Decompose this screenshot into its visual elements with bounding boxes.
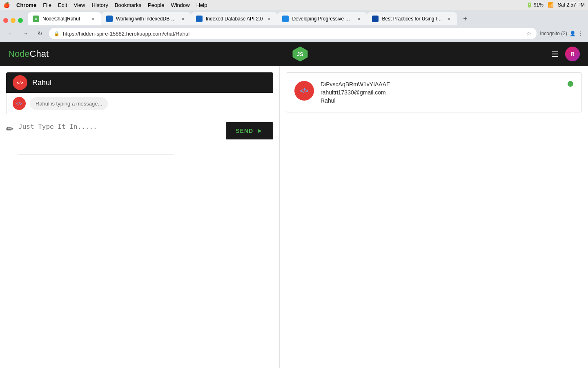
message-input-wrapper	[18, 122, 221, 155]
forward-button[interactable]: →	[20, 28, 31, 39]
reload-button[interactable]: ↻	[34, 28, 46, 39]
minimize-window-button[interactable]	[11, 18, 16, 23]
lock-icon: 🔒	[54, 31, 60, 36]
tab-title-best-practices: Best Practices for Using Index...	[382, 16, 442, 22]
tab-favicon-pwa	[282, 16, 289, 22]
input-underline	[18, 155, 174, 155]
tab-favicon-indexeddb-api	[196, 16, 203, 22]
tab-nodechat[interactable]: N NodeChat||Rahul ✕	[28, 12, 101, 25]
tab-indexeddb-api[interactable]: Indexed Database API 2.0 ✕	[191, 12, 277, 25]
svg-text:JS: JS	[297, 51, 303, 57]
wifi-status: 📶	[548, 2, 554, 8]
tab-title-indexeddb-api: Indexed Database API 2.0	[206, 16, 263, 22]
app-logo: NodeChat	[8, 49, 49, 59]
typing-indicator: </> Rahul is typing a message...	[13, 97, 267, 110]
menu-window[interactable]: Window	[171, 2, 189, 8]
user-info-card: </> DiPvscAqBRmW1vYIAAAE rahultri17330@g…	[286, 72, 582, 112]
typing-bubble: Rahul is typing a message...	[30, 97, 108, 110]
user-info-details: DiPvscAqBRmW1vYIAAAE rahultri17330@gmail…	[321, 81, 573, 104]
user-info-avatar-code: </>	[300, 88, 308, 94]
tab-bar: N NodeChat||Rahul ✕ Working with Indexed…	[0, 10, 588, 25]
chat-avatar-code: </>	[17, 80, 23, 85]
tab-close-pwa[interactable]: ✕	[356, 16, 362, 22]
tab-best-practices[interactable]: Best Practices for Using Index... ✕	[367, 12, 457, 25]
chat-header-avatar: </>	[13, 75, 27, 90]
back-button[interactable]: ←	[5, 28, 16, 39]
online-status-dot	[568, 81, 573, 87]
apple-menu[interactable]: 🍎	[3, 2, 10, 8]
new-tab-button[interactable]: +	[459, 12, 472, 25]
tab-close-indexeddb-working[interactable]: ✕	[180, 16, 186, 22]
user-avatar[interactable]: R	[565, 47, 580, 61]
typing-text: Rahul is typing a message...	[36, 101, 102, 107]
chat-username: Rahul	[32, 79, 51, 87]
tab-close-indexeddb-api[interactable]: ✕	[266, 16, 272, 22]
chat-panel: </> Rahul </> Rahul is typing a message.…	[0, 66, 280, 368]
url-text: https://hidden-spire-15882.herokuapp.com…	[63, 31, 523, 37]
url-bar[interactable]: 🔒 https://hidden-spire-15882.herokuapp.c…	[49, 28, 537, 39]
tab-title-pwa: Developing Progressive Web A...	[292, 16, 352, 22]
traffic-lights	[3, 18, 23, 23]
menu-view[interactable]: View	[74, 2, 85, 8]
tab-title-nodechat: NodeChat||Rahul	[42, 16, 87, 22]
address-bar: ← → ↻ 🔒 https://hidden-spire-15882.herok…	[0, 25, 588, 42]
logo-node-text: Node	[8, 49, 30, 59]
user-info-id: DiPvscAqBRmW1vYIAAAE	[321, 81, 573, 88]
menu-dots-icon[interactable]: ⋮	[578, 31, 583, 36]
close-window-button[interactable]	[3, 18, 8, 23]
send-arrow-icon: ►	[256, 127, 263, 135]
tab-favicon-indexeddb-working	[106, 16, 113, 22]
pencil-icon: ✏	[6, 124, 13, 135]
address-bar-right: Incognito (2) 👤 ⋮	[540, 31, 583, 36]
header-right: ☰ R	[551, 47, 580, 61]
header-center: JS	[49, 45, 551, 63]
user-info-name: Rahul	[321, 97, 573, 104]
tab-close-nodechat[interactable]: ✕	[90, 16, 96, 22]
typing-avatar-code: </>	[16, 101, 22, 106]
menu-help[interactable]: Help	[196, 2, 207, 8]
tab-title-indexeddb-working: Working with IndexedDB | We...	[116, 16, 176, 22]
svg-text:N: N	[35, 18, 37, 20]
side-panel: </> DiPvscAqBRmW1vYIAAAE rahultri17330@g…	[280, 66, 588, 368]
battery-status: 🔋 91%	[526, 2, 543, 8]
typing-avatar: </>	[13, 97, 26, 110]
profile-icon[interactable]: 👤	[570, 31, 576, 36]
clock: Sat 2:57 PM	[558, 2, 585, 8]
message-input[interactable]	[18, 122, 221, 141]
menu-bar-right: 🔋 91% 📶 Sat 2:57 PM	[526, 2, 585, 8]
chat-header: </> Rahul	[6, 72, 273, 93]
tab-close-best-practices[interactable]: ✕	[445, 16, 452, 22]
menu-bookmarks[interactable]: Bookmarks	[115, 2, 141, 8]
tab-favicon-best-practices	[372, 16, 379, 22]
user-info-avatar: </>	[294, 81, 314, 101]
macos-menu-bar: 🍎 Chrome File Edit View History Bookmark…	[0, 0, 588, 10]
maximize-window-button[interactable]	[18, 18, 23, 23]
incognito-label: Incognito (2)	[540, 31, 567, 36]
hamburger-menu-icon[interactable]: ☰	[551, 49, 559, 59]
user-info-email: rahultri17330@gmail.com	[321, 89, 573, 96]
typing-area: </> Rahul is typing a message...	[6, 93, 273, 114]
tab-indexeddb-working[interactable]: Working with IndexedDB | We... ✕	[101, 12, 191, 25]
menu-history[interactable]: History	[91, 2, 108, 8]
menu-file[interactable]: File	[43, 2, 51, 8]
main-layout: </> Rahul </> Rahul is typing a message.…	[0, 66, 588, 368]
send-button-label: SEND	[236, 128, 253, 134]
menu-people[interactable]: People	[148, 2, 164, 8]
logo-chat-text: Chat	[30, 49, 49, 59]
menu-edit[interactable]: Edit	[58, 2, 67, 8]
nodejs-logo-icon: JS	[291, 45, 309, 63]
tab-favicon-nodechat: N	[33, 16, 39, 22]
message-input-area: ✏ SEND ►	[0, 114, 279, 159]
bookmark-star-icon[interactable]: ☆	[526, 30, 532, 37]
tab-pwa[interactable]: Developing Progressive Web A... ✕	[277, 12, 367, 25]
menu-chrome[interactable]: Chrome	[16, 2, 36, 8]
send-button[interactable]: SEND ►	[226, 122, 273, 139]
app-header: NodeChat JS ☰ R	[0, 42, 588, 66]
browser-chrome: N NodeChat||Rahul ✕ Working with Indexed…	[0, 10, 588, 42]
